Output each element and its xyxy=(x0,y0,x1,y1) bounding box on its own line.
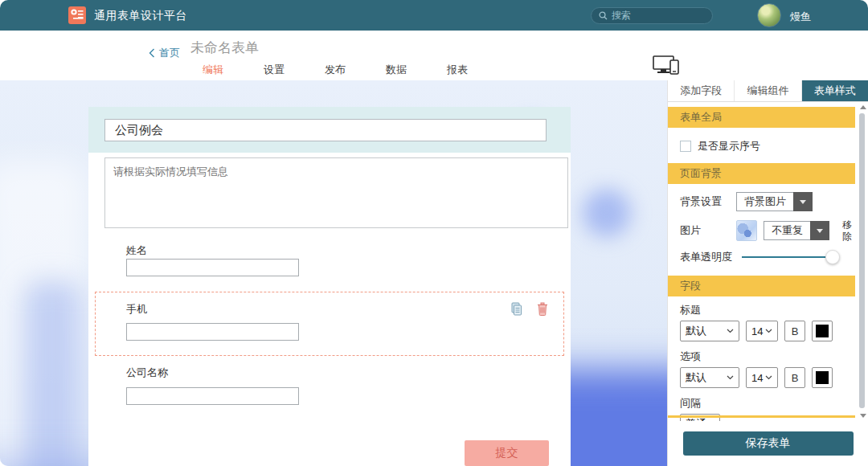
sidebar-tabs: 添加字段 编辑组件 表单样式 xyxy=(668,80,868,102)
field-label-company: 公司名称 xyxy=(126,366,168,380)
top-header-bar: 通用表单设计平台 搜索 熳鱼 xyxy=(0,0,868,31)
option-size-value: 14 xyxy=(751,372,763,384)
search-icon xyxy=(599,11,608,20)
field-option-label-row: 选项 xyxy=(680,350,855,364)
bg-repeat-dropdown[interactable]: 不重复 xyxy=(764,221,829,240)
option-color-value xyxy=(816,371,829,384)
save-area: 保存表单 xyxy=(668,421,868,466)
field-option-label: 选项 xyxy=(680,350,701,364)
breadcrumb-home-label: 首页 xyxy=(159,46,180,60)
bg-image-label: 图片 xyxy=(680,223,730,238)
bg-repeat-value: 不重复 xyxy=(764,221,810,240)
form-card: 姓名 手机 xyxy=(88,107,571,466)
device-preview-icon[interactable] xyxy=(651,54,682,78)
form-name-title: 未命名表单 xyxy=(190,39,259,57)
app-logo-icon xyxy=(68,6,86,24)
style-panel: 表单全局 是否显示序号 页面背景 背景设置 背景图片 图片 不重复 xyxy=(668,102,868,421)
spacing-label: 间隔 xyxy=(680,396,701,411)
form-card-header xyxy=(88,107,571,153)
option-font-select[interactable]: 默认 xyxy=(680,367,739,388)
sidebar-tab-add-field[interactable]: 添加字段 xyxy=(668,80,735,101)
style-sidebar: 添加字段 编辑组件 表单样式 表单全局 是否显示序号 页面背景 背景设置 背景图… xyxy=(667,80,868,466)
caret-down-icon xyxy=(800,200,806,204)
breadcrumb-home-link[interactable]: 首页 xyxy=(149,46,180,60)
search-input[interactable]: 搜索 xyxy=(591,7,713,24)
app-title: 通用表单设计平台 xyxy=(94,9,187,23)
background-image-thumbnail[interactable] xyxy=(736,220,757,241)
form-opacity-slider[interactable] xyxy=(742,250,838,264)
slider-track xyxy=(742,256,838,258)
canvas-bg-shape xyxy=(24,281,80,466)
section-divider xyxy=(668,415,855,418)
field-title-label: 标题 xyxy=(680,303,701,317)
bg-setting-value: 背景图片 xyxy=(736,192,793,211)
section-header-page-background: 页面背景 xyxy=(668,163,855,184)
opacity-label: 表单透明度 xyxy=(680,250,732,264)
title-font-select[interactable]: 默认 xyxy=(680,321,739,341)
dropdown-caret-button[interactable] xyxy=(810,221,829,240)
scroll-down-arrow-icon[interactable] xyxy=(860,414,866,418)
option-font-value: 默认 xyxy=(686,370,706,385)
field-input-company[interactable] xyxy=(126,387,299,405)
option-size-select[interactable]: 14 xyxy=(746,367,778,388)
design-canvas: 姓名 手机 xyxy=(0,80,667,466)
title-size-value: 14 xyxy=(751,325,763,337)
field-option-controls: 默认 14 B xyxy=(680,367,855,388)
field-title-label-row: 标题 xyxy=(680,303,855,317)
field-input-phone[interactable] xyxy=(126,323,299,341)
spacing-label-row: 间隔 xyxy=(680,396,855,411)
form-description-textarea[interactable] xyxy=(104,157,568,228)
remove-image-button[interactable]: 移除 xyxy=(842,219,855,242)
opacity-row: 表单透明度 xyxy=(680,250,855,264)
search-placeholder: 搜索 xyxy=(612,9,631,22)
chevron-down-icon xyxy=(727,375,734,380)
panel-scrollbar[interactable] xyxy=(858,104,866,419)
field-label-name: 姓名 xyxy=(126,243,147,258)
submit-button[interactable]: 提交 xyxy=(465,440,549,466)
section-header-form-global: 表单全局 xyxy=(668,107,855,128)
slider-thumb[interactable] xyxy=(825,250,840,264)
save-form-button[interactable]: 保存表单 xyxy=(683,431,854,456)
section-header-field: 字段 xyxy=(668,276,855,296)
title-color-swatch[interactable] xyxy=(812,321,833,341)
show-serial-row: 是否显示序号 xyxy=(680,139,855,153)
scrollbar-thumb[interactable] xyxy=(859,113,865,408)
bg-setting-label: 背景设置 xyxy=(680,194,736,209)
bg-setting-row: 背景设置 背景图片 xyxy=(680,192,855,211)
form-card-body: 姓名 手机 xyxy=(88,153,571,466)
field-input-name[interactable] xyxy=(126,259,299,276)
bg-image-row: 图片 不重复 移除 xyxy=(680,219,855,242)
canvas-bg-shape xyxy=(583,189,631,237)
field-label-phone: 手机 xyxy=(126,302,147,317)
sidebar-tab-edit-component[interactable]: 编辑组件 xyxy=(735,80,801,101)
canvas-bg-shape xyxy=(0,161,88,466)
caret-down-icon xyxy=(817,229,823,233)
show-serial-checkbox[interactable] xyxy=(680,141,691,152)
app-window: 通用表单设计平台 搜索 熳鱼 首页 未命名表单 编辑 设置 发布 数据 报表 xyxy=(0,0,868,466)
dropdown-caret-button[interactable] xyxy=(793,192,813,211)
field-actions xyxy=(510,302,548,316)
scroll-up-arrow-icon[interactable] xyxy=(860,105,866,109)
chevron-left-icon xyxy=(149,48,155,58)
bg-setting-dropdown[interactable]: 背景图片 xyxy=(736,192,813,211)
title-font-value: 默认 xyxy=(686,324,706,338)
delete-field-icon[interactable] xyxy=(537,302,548,316)
field-title-controls: 默认 14 B xyxy=(680,321,855,341)
chevron-down-icon xyxy=(765,375,772,380)
title-size-select[interactable]: 14 xyxy=(746,321,778,341)
form-title-input[interactable] xyxy=(104,119,547,141)
user-avatar[interactable] xyxy=(757,3,781,27)
chevron-down-icon xyxy=(727,329,734,333)
username-label: 熳鱼 xyxy=(790,10,811,24)
option-bold-button[interactable]: B xyxy=(784,367,805,388)
title-color-value xyxy=(816,325,829,337)
option-color-swatch[interactable] xyxy=(812,367,833,388)
sidebar-tab-form-style[interactable]: 表单样式 xyxy=(802,80,868,101)
chevron-down-icon xyxy=(765,329,772,333)
title-bold-button[interactable]: B xyxy=(784,321,805,341)
sub-header: 首页 未命名表单 编辑 设置 发布 数据 报表 xyxy=(0,31,868,80)
copy-field-icon[interactable] xyxy=(510,302,522,316)
show-serial-label: 是否显示序号 xyxy=(698,139,760,153)
